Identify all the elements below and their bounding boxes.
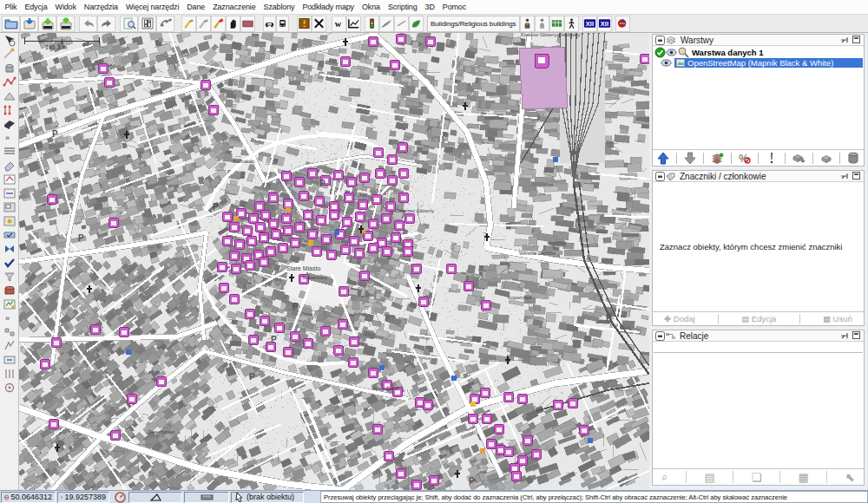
- svg-text:Stare Miasto: Stare Miasto: [286, 265, 320, 271]
- svg-text:P: P: [293, 302, 299, 311]
- svg-text:P: P: [213, 202, 219, 212]
- svg-text:Zwierzyniec: Zwierzyniec: [148, 429, 175, 434]
- svg-text:P: P: [606, 313, 612, 323]
- svg-text:»: »: [5, 314, 10, 323]
- svg-text:Kopernika: Kopernika: [508, 295, 532, 300]
- svg-text:XII: XII: [585, 20, 593, 28]
- svg-text:w: w: [335, 19, 342, 29]
- svg-text:P: P: [249, 372, 255, 382]
- svg-text:P: P: [78, 233, 84, 243]
- svg-text:Wesoła Zachód: Wesoła Zachód: [519, 251, 556, 256]
- svg-text:Sukiennice: Sukiennice: [302, 275, 328, 280]
- svg-text:Barbakan: Barbakan: [233, 159, 255, 164]
- svg-text:Nowy Świat: Nowy Świat: [372, 385, 399, 391]
- svg-text:P: P: [469, 476, 475, 486]
- svg-text:Dworzec Główny: Dworzec Główny: [395, 208, 434, 213]
- svg-text:Kraków Główny Osobowy: Kraków Główny Osobowy: [521, 33, 580, 37]
- svg-text:P: P: [52, 129, 58, 139]
- svg-text:»: »: [5, 134, 10, 142]
- svg-text:146.3 m: 146.3 m: [45, 44, 67, 50]
- svg-text:XII: XII: [600, 20, 608, 28]
- svg-text:P: P: [271, 335, 277, 344]
- svg-text:P: P: [319, 179, 326, 188]
